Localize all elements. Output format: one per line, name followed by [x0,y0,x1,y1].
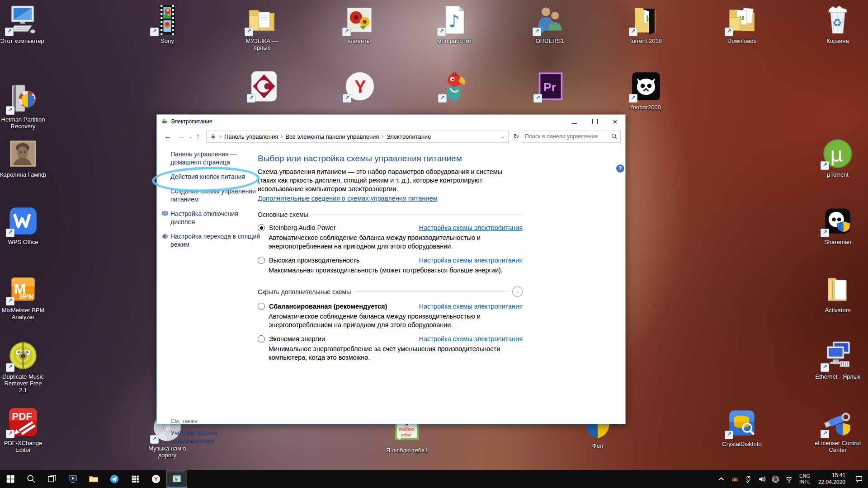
breadcrumb-control-panel[interactable]: Панель управления [222,133,280,140]
svg-text:BPM: BPM [20,293,34,300]
desktop-icon-flowers-photo[interactable]: ↗клиенты [336,5,383,44]
more-info-link[interactable]: Дополнительные сведения о схемах управле… [258,195,437,202]
taskbar-app-grid-icon[interactable] [125,470,146,488]
desktop-icon-parrot[interactable]: ↗ [432,71,479,102]
sidebar-item-user-accounts[interactable]: Учетные записи пользователей [170,429,247,445]
sidebar-item-4[interactable]: Настройка перехода в спящий режим [170,232,261,249]
back-button[interactable]: ← [164,132,172,141]
desktop-icon-recycle-bin[interactable]: ♻Корзина [814,5,861,44]
group-main-schemes: Основные схемы [258,211,523,218]
history-dropdown-icon[interactable]: ⌄ [189,134,192,139]
radio-button[interactable] [258,335,265,343]
desktop-icon-cubase[interactable]: ↗ [241,71,288,102]
scheme-settings-link[interactable]: Настройка схемы электропитания [419,303,523,310]
desktop-icon-folder-open[interactable]: Activators [814,274,861,314]
window-titlebar[interactable]: Электропитание ✕ [157,115,625,128]
maximize-button[interactable] [585,115,605,128]
desktop-icon-label: Ethernet - Ярлык [814,373,861,380]
taskbar-movies-tv-icon[interactable] [62,470,83,488]
desktop-icon-pdf-xchange[interactable]: PDF↗PDF-XChange Editor [0,407,47,453]
desktop-icon-this-pc[interactable]: ↗Этот компьютер [0,5,46,44]
desktop-icon-label: Shareman [814,239,861,245]
taskbar-active-app-button[interactable] [166,470,187,488]
desktop-icon-torrent-folder[interactable]: µ↗Downloads [718,5,765,44]
breadcrumb-all-items[interactable]: Все элементы панели управления [283,133,381,140]
help-icon[interactable]: ? [616,164,624,173]
address-dropdown-icon[interactable]: ⌄ [499,134,506,139]
sidebar-item-2[interactable]: Создание схемы управления питанием [170,187,261,203]
radio-button-selected[interactable] [258,224,265,231]
tray-recorder-icon[interactable] [769,470,782,488]
tray-wifi-icon[interactable] [782,470,796,488]
desktop-icon-filmstrip[interactable]: ↗Sony [144,5,191,44]
desktop-icon-crystaldisk[interactable]: ↗CrystalDiskInfo [718,408,765,447]
tray-volume-icon[interactable] [755,470,769,488]
desktop-icon-wps[interactable]: ↗WPS Office [0,206,47,245]
close-button[interactable]: ✕ [605,115,625,128]
scheme-settings-link[interactable]: Настройка схемы электропитания [419,224,523,231]
taskbar-telegram-icon[interactable] [104,470,125,488]
shortcut-arrow-icon: ↗ [821,161,829,170]
search-box[interactable]: Поиск в панели управления [522,131,621,143]
scheme-settings-link[interactable]: Настройка схемы электропитания [419,335,523,343]
tray-audio-app-icon[interactable] [728,470,741,488]
desktop-icon-torrent-folder-open[interactable]: µ↗torrent 2018 [623,5,670,44]
taskbar-search-icon[interactable] [21,470,42,488]
group-main-label: Основные схемы [258,211,308,218]
shortcut-arrow-icon: ↗ [6,106,14,115]
radio-button[interactable] [258,303,265,310]
shortcut-arrow-icon: ↗ [533,28,541,36]
action-center-icon[interactable] [850,470,868,488]
svg-text:Y: Y [154,476,158,483]
taskbar: Y ENG INTL 15:41 22.04.2020 [0,470,868,488]
sidebar-item-1[interactable]: Действия кнопок питания [170,173,261,181]
desktop-icon-mixmeister[interactable]: MBPM↗MixMeister BPM Analyzer [0,274,47,320]
sidebar-item-3[interactable]: Настройка отключения дисплея [170,210,261,226]
tray-usb-device-icon[interactable] [741,470,755,488]
desktop-icon-label: PDF-XChange Editor [0,440,47,453]
taskbar-start-icon[interactable] [0,470,21,488]
desktop-icon-elicenser[interactable]: ↗eLicenser Control Center [814,407,861,453]
radio-button[interactable] [258,257,265,264]
clock[interactable]: 15:41 22.04.2020 [814,472,850,486]
minimize-button[interactable] [564,115,585,128]
desktop-icon-utorrent[interactable]: µ↗µTorrent [814,138,861,178]
forward-button[interactable]: → [177,132,185,141]
additional-schemes-list: Сбалансированная (рекомендуется)Настройк… [258,303,523,362]
collapse-chevron-icon[interactable]: ︿ [512,286,523,297]
utorrent-icon: µ↗ [822,138,853,169]
desktop-icon-users[interactable]: ↗ORDERS1 [526,5,573,44]
address-bar[interactable]: › Панель управления › Все элементы панел… [206,131,509,143]
language-indicator[interactable]: ENG INTL [796,473,814,485]
recycle-bin-icon: ♻ [822,5,853,35]
desktop-icon-ethernet[interactable]: ↗Ethernet - Ярлык [814,340,861,380]
taskbar-yandex-browser-small-icon[interactable]: Y [146,470,166,488]
crumb-separator-icon: › [219,133,222,140]
scheme-settings-link[interactable]: Настройка схемы электропитания [419,257,523,264]
desktop-icon-foobar[interactable]: ↗foobar2000 [623,71,670,111]
up-button[interactable]: ↑ [196,132,200,141]
sidebar-item-0[interactable]: Панель управления — домашняя страница [170,150,261,166]
desktop-icon-duplicate-music[interactable]: ↗Duplicate Music Remover Free 2.1 [0,340,47,394]
desktop-icon-folder[interactable]: ↗МУЗЫКА — ярлык [238,5,285,51]
desktop-icon-portrait[interactable]: Каролина Гампф [0,138,47,178]
desktop-icon-label: Я люблю тебя1 [383,447,430,454]
parrot-icon: ↗ [440,71,471,102]
breadcrumb-power-options[interactable]: Электропитание [384,133,433,140]
desktop-icon-label: foobar2000 [623,104,670,111]
desktop-icon-hetman[interactable]: ↗Hetman Partition Recovery [0,83,47,130]
desktop-icon-label: мои работки [431,38,478,44]
refresh-icon[interactable]: ↻ [510,132,522,141]
desktop-icon-shareman[interactable]: ↗Shareman [814,206,861,245]
tray-hidden-icons-chevron-icon[interactable] [714,470,728,488]
portrait-icon [8,138,38,169]
desktop-icon-label: WPS Office [0,239,47,245]
desktop-icon-premiere[interactable]: Pr↗ [527,71,574,102]
taskbar-task-view-icon[interactable] [42,470,62,488]
shortcut-arrow-icon: ↗ [533,94,542,103]
shortcut-arrow-icon: ↗ [6,363,14,372]
desktop-icon-music-doc[interactable]: ♪↗мои работки [431,5,478,44]
taskbar-file-explorer-icon[interactable] [83,470,104,488]
desktop-icon-yandex-browser[interactable]: Y↗ [336,71,383,102]
divider [355,291,509,292]
